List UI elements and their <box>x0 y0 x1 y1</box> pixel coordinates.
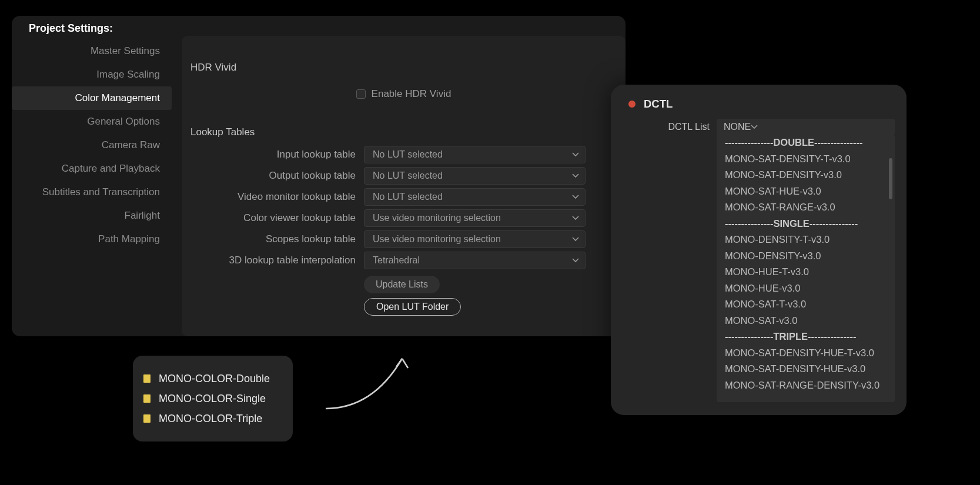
lut-row-label: Video monitor lookup table <box>190 191 364 203</box>
sidebar-item-fairlight[interactable]: Fairlight <box>12 204 172 228</box>
lut-row-value: Use video monitoring selection <box>373 234 501 245</box>
dctl-item[interactable]: MONO-SAT-DENSITY-HUE-v3.0 <box>717 361 895 377</box>
project-settings-panel: Project Settings: Master SettingsImage S… <box>12 16 626 336</box>
folder-label: MONO-COLOR-Double <box>159 373 270 385</box>
lut-row-label: Scopes lookup table <box>190 233 364 245</box>
lut-row-select[interactable]: Tetrahedral <box>364 252 586 269</box>
dctl-item[interactable]: MONO-SAT-DENSITY-T-v3.0 <box>717 151 895 168</box>
lut-row: Scopes lookup tableUse video monitoring … <box>190 229 617 250</box>
lut-row: 3D lookup table interpolationTetrahedral <box>190 250 617 271</box>
dctl-item[interactable]: MONO-DENSITY-T-v3.0 <box>717 232 895 248</box>
dctl-selected-value: NONE <box>724 122 751 132</box>
folder-item[interactable]: MONO-COLOR-Double <box>143 369 282 389</box>
lut-row-label: Color viewer lookup table <box>190 212 364 224</box>
project-settings-title: Project Settings: <box>29 22 113 35</box>
dctl-item[interactable]: MONO-SAT-DENSITY-HUE-T-v3.0 <box>717 345 895 362</box>
dctl-list-select[interactable]: NONE <box>717 119 895 135</box>
chevron-down-icon <box>572 195 579 199</box>
lut-buttons: Update Lists Open LUT Folder <box>364 276 617 320</box>
sidebar-item-general-options[interactable]: General Options <box>12 110 172 133</box>
arrow-annotation <box>320 347 426 417</box>
open-lut-folder-button[interactable]: Open LUT Folder <box>364 298 461 316</box>
folder-icon <box>143 394 150 403</box>
project-settings-content: HDR Vivid Enable HDR Vivid Lookup Tables… <box>182 36 626 336</box>
lut-row-value: Use video monitoring selection <box>373 213 501 223</box>
sidebar-item-image-scaling[interactable]: Image Scaling <box>12 63 172 86</box>
close-icon[interactable] <box>628 101 636 108</box>
sidebar-item-camera-raw[interactable]: Camera Raw <box>12 133 172 157</box>
lut-row: Input lookup tableNo LUT selected <box>190 144 617 165</box>
project-settings-sidebar: Master SettingsImage ScalingColor Manage… <box>12 39 172 251</box>
lut-folders-card: MONO-COLOR-DoubleMONO-COLOR-SingleMONO-C… <box>133 356 293 441</box>
dctl-item[interactable]: MONO-SAT-RANGE-DENSITY-v3.0 <box>717 377 895 394</box>
dctl-item[interactable]: MONO-HUE-v3.0 <box>717 280 895 297</box>
chevron-down-icon <box>572 237 579 242</box>
sidebar-item-color-management[interactable]: Color Management <box>12 86 172 110</box>
lut-row-label: Output lookup table <box>190 170 364 182</box>
lut-row-select[interactable]: No LUT selected <box>364 188 586 206</box>
lut-row-label: 3D lookup table interpolation <box>190 255 364 266</box>
dctl-separator: ---------------DOUBLE--------------- <box>717 135 895 151</box>
lut-row-select[interactable]: No LUT selected <box>364 146 586 163</box>
hdr-enable-row[interactable]: Enable HDR Vivid <box>190 79 617 109</box>
dctl-list[interactable]: ---------------DOUBLE---------------MONO… <box>717 135 895 402</box>
lut-row-select[interactable]: No LUT selected <box>364 167 586 185</box>
dctl-item[interactable]: MONO-SAT-DENSITY-v3.0 <box>717 167 895 183</box>
chevron-down-icon <box>572 173 579 178</box>
sidebar-item-capture-and-playback[interactable]: Capture and Playback <box>12 157 172 180</box>
sidebar-item-path-mapping[interactable]: Path Mapping <box>12 228 172 251</box>
dctl-dropdown: ---------------DOUBLE---------------MONO… <box>717 135 895 402</box>
dctl-scrollbar[interactable] <box>889 158 892 199</box>
chevron-down-icon <box>751 125 758 129</box>
lut-row-value: Tetrahedral <box>373 255 420 266</box>
lut-row-select[interactable]: Use video monitoring selection <box>364 209 586 227</box>
folder-label: MONO-COLOR-Triple <box>159 413 262 425</box>
dctl-separator: ---------------TRIPLE--------------- <box>717 329 895 345</box>
dctl-item[interactable]: MONO-DENSITY-v3.0 <box>717 248 895 265</box>
lut-row-value: No LUT selected <box>373 170 443 181</box>
lut-row-label: Input lookup table <box>190 149 364 160</box>
lut-row-select[interactable]: Use video monitoring selection <box>364 230 586 248</box>
lut-row: Color viewer lookup tableUse video monit… <box>190 208 617 229</box>
dctl-separator: ---------------SINGLE--------------- <box>717 216 895 232</box>
dctl-item[interactable]: MONO-SAT-T-v3.0 <box>717 296 895 313</box>
folder-icon <box>143 374 150 383</box>
lut-row-value: No LUT selected <box>373 192 443 202</box>
dctl-item[interactable]: MONO-SAT-HUE-v3.0 <box>717 183 895 200</box>
sidebar-item-master-settings[interactable]: Master Settings <box>12 39 172 63</box>
folder-icon <box>143 414 150 423</box>
dctl-header: DCTL <box>611 85 907 119</box>
sidebar-item-subtitles-and-transcription[interactable]: Subtitles and Transcription <box>12 180 172 204</box>
hdr-section-title: HDR Vivid <box>190 62 617 73</box>
folder-item[interactable]: MONO-COLOR-Triple <box>143 409 282 429</box>
chevron-down-icon <box>572 216 579 220</box>
dctl-item[interactable]: MONO-SAT-RANGE-v3.0 <box>717 199 895 216</box>
hdr-enable-checkbox[interactable] <box>356 89 366 99</box>
lut-row: Output lookup tableNo LUT selected <box>190 165 617 186</box>
chevron-down-icon <box>572 152 579 157</box>
dctl-list-row: DCTL List NONE <box>611 119 895 135</box>
chevron-down-icon <box>572 258 579 263</box>
dctl-panel: DCTL DCTL List NONE ---------------DOUBL… <box>611 85 907 415</box>
lut-section-title: Lookup Tables <box>190 126 617 138</box>
lut-row: Video monitor lookup tableNo LUT selecte… <box>190 186 617 208</box>
folder-item[interactable]: MONO-COLOR-Single <box>143 389 282 409</box>
dctl-item[interactable]: MONO-HUE-T-v3.0 <box>717 264 895 280</box>
lut-row-value: No LUT selected <box>373 149 443 160</box>
dctl-title: DCTL <box>644 98 673 111</box>
dctl-item[interactable]: MONO-SAT-v3.0 <box>717 313 895 329</box>
folder-label: MONO-COLOR-Single <box>159 393 266 405</box>
hdr-enable-label: Enable HDR Vivid <box>372 88 451 100</box>
update-lists-button[interactable]: Update Lists <box>364 276 440 293</box>
dctl-list-label: DCTL List <box>628 122 717 132</box>
